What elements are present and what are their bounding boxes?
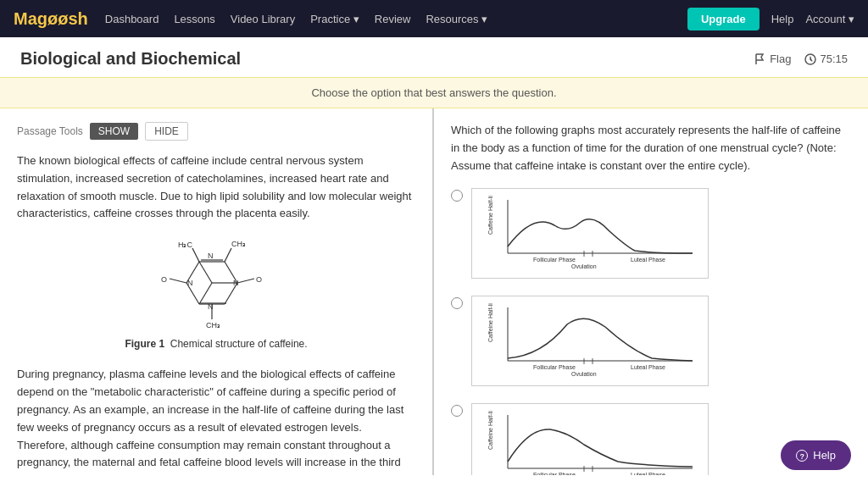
passage-paragraph-2: During pregnancy, plasma caffeine levels…	[17, 366, 415, 475]
svg-text:Caffeine Half-life: Caffeine Half-life	[487, 303, 493, 342]
nav-help-link[interactable]: Help	[771, 13, 794, 25]
passage-tools-label: Passage Tools	[17, 125, 83, 137]
nav-lessons[interactable]: Lessons	[174, 13, 214, 25]
svg-text:Luteal Phase: Luteal Phase	[631, 472, 665, 475]
timer-display: 75:15	[804, 53, 848, 65]
flag-button[interactable]: Flag	[754, 53, 791, 65]
graph-a: Caffeine Half-life Follicular Phase Lute…	[471, 188, 709, 279]
svg-text:CH₃: CH₃	[231, 240, 246, 248]
flag-icon	[754, 53, 766, 65]
logo-accent: øøsh	[47, 9, 88, 28]
instruction-text: Choose the option that best answers the …	[311, 86, 556, 99]
logo-text: Mag	[14, 9, 47, 28]
graph-c: Caffeine Half-life Follicular Phase Lute…	[471, 403, 709, 475]
svg-text:Caffeine Half-life: Caffeine Half-life	[487, 196, 493, 235]
figure-container: N N N N O O H₃C CH₃	[17, 236, 415, 352]
hide-button[interactable]: HIDE	[145, 122, 188, 141]
svg-text:?: ?	[800, 452, 805, 461]
flag-label: Flag	[770, 53, 791, 65]
question-text: Which of the following graphs most accur…	[451, 122, 851, 174]
left-panel: Passage Tools SHOW HIDE The known biolog…	[0, 108, 434, 475]
svg-text:N: N	[187, 279, 193, 287]
navbar: Magøøsh Dashboard Lessons Video Library …	[0, 0, 868, 37]
clock-icon	[804, 53, 816, 65]
nav-video-library[interactable]: Video Library	[231, 13, 295, 25]
show-button[interactable]: SHOW	[90, 123, 138, 140]
svg-text:Ovulation: Ovulation	[571, 263, 597, 269]
graph-b-svg: Caffeine Half-life Follicular Phase Lute…	[482, 303, 699, 379]
graph-c-svg: Caffeine Half-life Follicular Phase Lute…	[482, 411, 699, 475]
help-fab-label: Help	[813, 449, 836, 462]
help-fab[interactable]: ? Help	[781, 440, 851, 470]
svg-text:Luteal Phase: Luteal Phase	[631, 364, 665, 370]
content-area: Passage Tools SHOW HIDE The known biolog…	[0, 108, 868, 475]
radio-b[interactable]	[451, 297, 463, 309]
page-container: Biological and Biochemical Flag 75:15 Ch…	[0, 37, 868, 487]
svg-text:O: O	[161, 275, 167, 284]
nav-account-link[interactable]: Account ▾	[805, 13, 854, 25]
page-header: Biological and Biochemical Flag 75:15	[0, 37, 868, 77]
svg-text:Luteal Phase: Luteal Phase	[631, 257, 665, 263]
nav-practice[interactable]: Practice ▾	[310, 13, 359, 25]
svg-line-18	[237, 279, 254, 283]
nav-dashboard[interactable]: Dashboard	[105, 13, 159, 25]
svg-line-8	[199, 283, 212, 304]
instruction-bar: Choose the option that best answers the …	[0, 77, 868, 108]
svg-text:Ovulation: Ovulation	[571, 371, 597, 377]
logo[interactable]: Magøøsh	[14, 9, 88, 29]
right-panel: Which of the following graphs most accur…	[434, 108, 868, 475]
svg-text:Follicular Phase: Follicular Phase	[533, 472, 576, 475]
svg-line-7	[199, 262, 212, 283]
figure-caption: Figure 1 Chemical structure of caffeine.	[125, 336, 307, 352]
svg-text:Follicular Phase: Follicular Phase	[533, 257, 576, 263]
nav-review[interactable]: Review	[375, 13, 411, 25]
svg-text:Follicular Phase: Follicular Phase	[533, 364, 576, 370]
svg-text:CH₃: CH₃	[206, 321, 220, 329]
nav-links: Dashboard Lessons Video Library Practice…	[105, 13, 670, 25]
header-right: Flag 75:15	[754, 53, 848, 65]
caffeine-molecule: N N N N O O H₃C CH₃	[131, 236, 301, 329]
graph-a-svg: Caffeine Half-life Follicular Phase Lute…	[482, 196, 699, 272]
svg-line-20	[192, 248, 199, 262]
svg-line-22	[225, 248, 231, 262]
upgrade-button[interactable]: Upgrade	[687, 8, 760, 30]
help-icon: ?	[796, 450, 808, 462]
svg-text:H₃C: H₃C	[178, 241, 192, 249]
passage-text: The known biological effects of caffeine…	[17, 152, 415, 475]
graph-b: Caffeine Half-life Follicular Phase Lute…	[471, 296, 709, 386]
answer-option-a[interactable]: Caffeine Half-life Follicular Phase Lute…	[451, 188, 851, 279]
passage-paragraph-1: The known biological effects of caffeine…	[17, 152, 415, 223]
page-title: Biological and Biochemical	[20, 49, 241, 69]
passage-tools: Passage Tools SHOW HIDE	[17, 122, 415, 141]
svg-text:O: O	[256, 275, 262, 284]
svg-text:N: N	[208, 252, 214, 260]
timer-value: 75:15	[820, 53, 848, 65]
radio-c[interactable]	[451, 405, 463, 417]
svg-line-16	[170, 279, 186, 283]
radio-a[interactable]	[451, 190, 463, 202]
nav-right: Upgrade Help Account ▾	[687, 8, 854, 30]
answer-option-b[interactable]: Caffeine Half-life Follicular Phase Lute…	[451, 296, 851, 386]
nav-resources[interactable]: Resources ▾	[426, 13, 487, 25]
svg-text:Caffeine Half-life: Caffeine Half-life	[487, 411, 493, 450]
